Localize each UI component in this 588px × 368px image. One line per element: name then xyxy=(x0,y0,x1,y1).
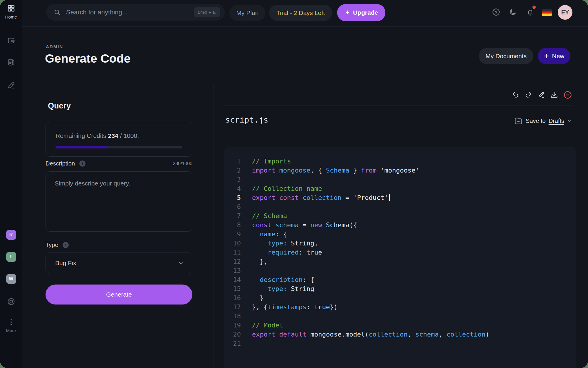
undo-button[interactable] xyxy=(512,91,519,99)
code-line[interactable]: 9 name: { xyxy=(224,230,576,239)
search-icon xyxy=(54,9,61,16)
line-number: 13 xyxy=(224,266,241,275)
redo-button[interactable] xyxy=(525,91,532,99)
sidebar-item-more[interactable]: More xyxy=(0,319,22,333)
code-line[interactable]: 2import mongoose, { Schema } from 'mongo… xyxy=(224,166,576,175)
save-to-drafts[interactable]: Save to Drafts xyxy=(514,116,572,125)
new-document-button[interactable]: New xyxy=(538,48,570,64)
code-line[interactable]: 8const schema = new Schema({ xyxy=(224,220,576,230)
dots-vertical-icon xyxy=(11,319,12,325)
help-glyph: ? xyxy=(495,10,497,15)
header-divider xyxy=(29,84,576,84)
workspace-avatar-r[interactable]: R xyxy=(6,230,16,240)
code-lines: 1// Imports2import mongoose, { Schema } … xyxy=(224,157,576,348)
line-number: 5 xyxy=(224,193,241,202)
editor-toolbar xyxy=(512,91,572,99)
generate-button[interactable]: Generate xyxy=(46,285,192,305)
workspace-avatar-w[interactable]: W xyxy=(6,274,16,284)
pencil-line-icon xyxy=(537,91,545,99)
line-number: 3 xyxy=(224,175,241,184)
code-text: // Imports xyxy=(252,157,291,166)
code-line[interactable]: 20export default mongoose.model(collecti… xyxy=(224,330,576,339)
sidebar-item-wallet[interactable] xyxy=(0,36,22,45)
line-number: 15 xyxy=(224,284,241,293)
description-label: Description xyxy=(46,160,75,167)
credits-text: Remaining Credits 234 / 1000. xyxy=(56,132,182,139)
code-line[interactable]: 12 }, xyxy=(224,257,576,266)
line-number: 8 xyxy=(224,220,241,230)
code-line[interactable]: 6 xyxy=(224,202,576,211)
sidebar-item-documents[interactable] xyxy=(0,58,22,66)
code-line[interactable]: 18 xyxy=(224,312,576,321)
sidebar-item-home[interactable]: Home xyxy=(0,4,22,19)
editor-divider-top xyxy=(223,106,572,106)
chevron-down-icon xyxy=(178,260,184,266)
upgrade-label: Upgrade xyxy=(353,9,378,16)
shortcut-badge: cmd + E xyxy=(194,7,220,17)
code-line[interactable]: 16 } xyxy=(224,293,576,302)
line-number: 2 xyxy=(224,166,241,175)
new-button-label: New xyxy=(552,53,564,60)
code-line[interactable]: 19// Model xyxy=(224,321,576,330)
code-line[interactable]: 15 type: String xyxy=(224,284,576,293)
credits-progress-fill xyxy=(56,146,107,148)
topbar-divider xyxy=(22,26,588,27)
wallet-icon xyxy=(7,36,15,45)
breadcrumb-eyebrow: ADMIN xyxy=(46,44,63,49)
delete-button[interactable] xyxy=(563,91,572,99)
panel-divider xyxy=(214,84,214,368)
code-text: name: { xyxy=(252,230,287,239)
line-number: 6 xyxy=(224,202,241,211)
info-glyph: i xyxy=(82,161,83,166)
code-line[interactable]: 7// Schema xyxy=(224,211,576,220)
code-line[interactable]: 11 required: true xyxy=(224,248,576,257)
code-line[interactable]: 3 xyxy=(224,175,576,184)
credits-value: 234 xyxy=(108,132,118,139)
edit-button[interactable] xyxy=(537,91,545,99)
code-line[interactable]: 5export const collection = 'Product' xyxy=(224,193,576,202)
page-title: Generate Code xyxy=(45,52,131,66)
code-text: // Model xyxy=(252,321,283,330)
credits-card: Remaining Credits 234 / 1000. xyxy=(46,122,192,157)
plus-icon xyxy=(544,53,549,59)
code-line[interactable]: 13 xyxy=(224,266,576,275)
search-input[interactable]: Search for anything... cmd + E xyxy=(46,4,225,21)
info-icon[interactable]: i xyxy=(79,160,85,167)
save-target-link[interactable]: Drafts xyxy=(549,118,564,124)
code-text: type: String, xyxy=(252,239,318,248)
line-number: 21 xyxy=(224,339,241,348)
upgrade-button[interactable]: Upgrade xyxy=(337,4,385,21)
user-avatar[interactable]: EY xyxy=(558,5,572,20)
code-line[interactable]: 14 description: { xyxy=(224,275,576,284)
bell-icon xyxy=(526,9,534,16)
code-text: import mongoose, { Schema } from 'mongoo… xyxy=(252,166,419,175)
code-line[interactable]: 4// Collection name xyxy=(224,184,576,193)
type-select[interactable]: Bug Fix xyxy=(46,252,192,274)
notifications-button[interactable] xyxy=(526,9,534,16)
help-icon[interactable]: ? xyxy=(493,9,500,16)
workspace-avatar-f[interactable]: F xyxy=(6,252,16,262)
code-line[interactable]: 10 type: String, xyxy=(224,239,576,248)
line-number: 4 xyxy=(224,184,241,193)
code-text: // Collection name xyxy=(252,184,322,193)
dark-mode-toggle[interactable] xyxy=(509,8,517,16)
code-line[interactable]: 21 xyxy=(224,339,576,348)
code-text: type: String xyxy=(252,284,314,293)
code-editor[interactable]: 1// Imports2import mongoose, { Schema } … xyxy=(224,147,576,368)
line-number: 14 xyxy=(224,275,241,284)
line-number: 17 xyxy=(224,302,241,312)
description-textarea[interactable] xyxy=(46,172,192,231)
code-line[interactable]: 17}, {timestamps: true}) xyxy=(224,302,576,312)
code-line[interactable]: 1// Imports xyxy=(224,157,576,166)
sidebar-item-support[interactable] xyxy=(0,297,22,306)
german-flag-icon[interactable] xyxy=(542,9,552,16)
my-documents-button[interactable]: My Documents xyxy=(479,48,533,64)
my-plan-button[interactable]: My Plan xyxy=(229,5,266,21)
sidebar-item-editor[interactable] xyxy=(0,81,22,89)
download-button[interactable] xyxy=(550,91,558,99)
moon-icon xyxy=(509,8,517,16)
search-placeholder: Search for anything... xyxy=(66,9,194,16)
info-icon[interactable]: i xyxy=(63,242,69,248)
bolt-icon xyxy=(345,10,350,16)
code-text: description: { xyxy=(252,275,314,284)
